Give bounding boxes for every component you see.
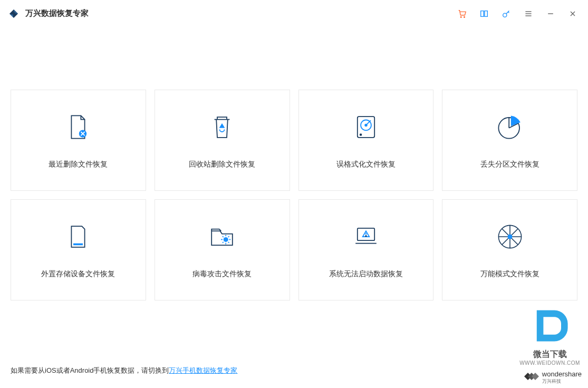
watermark-url: WWW.WEIDOWN.COM: [519, 360, 580, 366]
watermark-name: 微当下载: [533, 349, 567, 360]
card-virus-attack[interactable]: 病毒攻击文件恢复: [155, 199, 290, 300]
card-label: 外置存储设备文件恢复: [41, 269, 115, 279]
pie-chart-icon: [494, 111, 526, 143]
cart-icon[interactable]: [457, 9, 467, 18]
brand-footer: wondershare 万兴科技: [524, 370, 582, 385]
svg-point-22: [365, 236, 366, 236]
brand-sub: 万兴科技: [542, 378, 582, 385]
recovery-options-grid: 最近删除文件恢复 回收站删除文件恢复: [11, 90, 577, 300]
watermark-logo: 微当下载 WWW.WEIDOWN.COM: [512, 292, 588, 366]
brand-logo-icon: [524, 371, 539, 384]
card-label: 回收站删除文件恢复: [189, 160, 255, 169]
card-label: 最近删除文件恢复: [49, 160, 108, 169]
folder-virus-icon: [206, 221, 238, 253]
hdd-icon: [350, 111, 382, 143]
laptop-warning-icon: [350, 221, 382, 253]
card-external-storage[interactable]: 外置存储设备文件恢复: [11, 199, 146, 300]
svg-point-19: [224, 237, 228, 242]
main-content: 最近删除文件恢复 回收站删除文件恢复: [0, 27, 588, 300]
trash-icon: [206, 111, 238, 143]
file-delete-icon: [62, 111, 94, 143]
svg-point-4: [464, 16, 465, 17]
card-recent-deleted[interactable]: 最近删除文件恢复: [11, 90, 146, 191]
minimize-icon[interactable]: [546, 9, 555, 18]
key-icon[interactable]: [502, 9, 511, 18]
menu-icon[interactable]: [524, 9, 533, 18]
svg-point-24: [507, 235, 512, 239]
card-label: 丢失分区文件恢复: [480, 160, 539, 169]
book-icon[interactable]: [479, 9, 489, 18]
footer-text: 如果需要从iOS或者Android手机恢复数据，请切换到: [11, 366, 169, 374]
app-title: 万兴数据恢复专家: [25, 8, 89, 18]
header: 万兴数据恢复专家: [0, 0, 588, 27]
footer-note: 如果需要从iOS或者Android手机恢复数据，请切换到万兴手机数据恢复专家: [11, 366, 237, 375]
card-recycle-bin[interactable]: 回收站删除文件恢复: [155, 90, 290, 191]
card-label: 误格式化文件恢复: [336, 160, 396, 169]
card-label: 病毒攻击文件恢复: [192, 269, 252, 279]
sdcard-icon: [62, 221, 94, 253]
card-label: 系统无法启动数据恢复: [329, 269, 403, 279]
app-logo-icon: [7, 7, 20, 20]
svg-point-16: [360, 134, 362, 135]
card-system-crash[interactable]: 系统无法启动数据恢复: [298, 199, 434, 300]
svg-point-3: [460, 16, 461, 17]
close-icon[interactable]: [568, 9, 577, 18]
brand-main: wondershare: [542, 370, 582, 378]
card-all-around[interactable]: 万能模式文件恢复: [442, 199, 577, 300]
svg-rect-18: [73, 244, 83, 246]
card-label: 万能模式文件恢复: [480, 269, 539, 279]
header-right: [457, 9, 577, 18]
header-left: 万兴数据恢复专家: [7, 7, 89, 20]
compass-icon: [494, 221, 526, 253]
footer-link[interactable]: 万兴手机数据恢复专家: [169, 366, 237, 374]
svg-point-5: [503, 13, 507, 17]
card-lost-partition[interactable]: 丢失分区文件恢复: [442, 90, 577, 191]
card-formatted[interactable]: 误格式化文件恢复: [298, 90, 434, 191]
